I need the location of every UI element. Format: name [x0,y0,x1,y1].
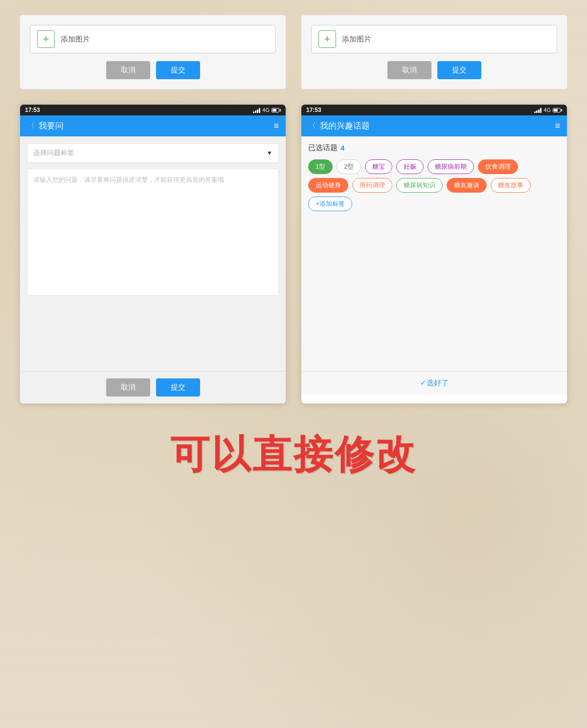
status-bar-1: 17:53 4G [20,105,286,115]
submit-button-2[interactable]: 提交 [437,61,481,79]
topics-content: 已选话题 4 1型2型糖宝妊娠糖尿病前期饮食调理运动健身用药调理糖尿病知识糖友趣… [301,136,567,371]
network-label-1: 4G [262,107,270,113]
phone-cancel-button-1[interactable]: 取消 [106,378,150,397]
phone-footer-confirm: ✓选好了 [301,371,567,395]
bottom-text-section: 可以直接修改 [0,414,587,491]
battery-icon-1 [271,108,281,112]
tag-placeholder: 选择问题标签 [33,149,74,157]
page-wrapper: + 添加图片 取消 提交 + 添加图片 取消 提交 17:5 [0,0,587,728]
battery-icon-2 [553,108,562,112]
tag-item-6[interactable]: 运动健身 [308,178,348,193]
selected-count: 4 [340,144,344,152]
phones-row: 17:53 4G [0,99,587,414]
status-icons-2: 4G [534,107,562,113]
tag-item-3[interactable]: 妊娠 [396,159,424,174]
phone-btn-row-1: 取消 提交 [27,378,279,397]
back-button-2[interactable]: 〈 [308,121,316,131]
btn-row-2: 取消 提交 [311,61,557,79]
phone-content-1: 选择问题标签 ▼ 请输入您的问题，请尽量将问题描述清楚，才能获得更高质的答案哦 [20,136,286,371]
main-slogan: 可以直接修改 [20,433,567,476]
tag-select-row[interactable]: 选择问题标签 ▼ [27,143,279,163]
plus-icon-2: + [318,30,336,48]
selected-header: 已选话题 4 [308,143,560,153]
signal-icon-2 [534,107,542,113]
signal-icon-1 [253,107,260,113]
tag-item-1[interactable]: 2型 [337,159,361,174]
cancel-button-1[interactable]: 取消 [106,61,150,79]
tags-area: 1型2型糖宝妊娠糖尿病前期饮食调理运动健身用药调理糖尿病知识糖友趣谈糖友故事+添… [308,159,560,211]
confirm-button[interactable]: ✓选好了 [420,378,449,387]
add-image-label-1: 添加图片 [61,35,90,44]
nav-bar-2: 〈 我的兴趣话题 ≡ [301,115,567,136]
add-image-box-1[interactable]: + 添加图片 [30,25,276,53]
menu-icon-1[interactable]: ≡ [273,121,279,131]
tag-item-8[interactable]: 糖尿病知识 [396,178,443,193]
tag-item-11[interactable]: +添加标签 [308,197,352,211]
plus-icon-1: + [37,30,55,48]
selected-label: 已选话题 [308,143,338,153]
add-image-label-2: 添加图片 [342,35,371,44]
tag-item-4[interactable]: 糖尿病前期 [428,159,474,174]
add-image-box-2[interactable]: + 添加图片 [311,25,557,53]
question-textarea[interactable]: 请输入您的问题，请尽量将问题描述清楚，才能获得更高质的答案哦 [27,169,279,296]
phone-mockup-1: 17:53 4G [20,104,286,404]
status-time-1: 17:53 [25,107,40,113]
status-icons-1: 4G [253,107,281,113]
nav-title-1: 我要问 [39,120,270,132]
submit-button-1[interactable]: 提交 [156,61,200,79]
tag-item-9[interactable]: 糖友趣谈 [447,178,487,193]
top-card-1: + 添加图片 取消 提交 [20,15,286,89]
status-bar-2: 17:53 4G [301,105,567,115]
back-button-1[interactable]: 〈 [27,121,35,131]
dropdown-arrow-icon: ▼ [267,150,272,156]
nav-bar-1: 〈 我要问 ≡ [20,115,286,136]
tag-item-5[interactable]: 饮食调理 [478,159,518,174]
top-cards-row: + 添加图片 取消 提交 + 添加图片 取消 提交 [0,0,587,99]
phone-bottom-1: 取消 提交 [20,371,286,403]
phone-mockup-2: 17:53 4G [301,104,567,404]
top-card-2: + 添加图片 取消 提交 [301,15,567,89]
menu-icon-2[interactable]: ≡ [555,121,560,131]
tag-item-10[interactable]: 糖友故事 [491,178,531,193]
phone-submit-button-1[interactable]: 提交 [156,378,200,397]
nav-title-2: 我的兴趣话题 [320,120,551,132]
network-label-2: 4G [543,107,551,113]
btn-row-1: 取消 提交 [30,61,276,79]
cancel-button-2[interactable]: 取消 [387,61,431,79]
tag-item-0[interactable]: 1型 [308,159,333,174]
tag-item-7[interactable]: 用药调理 [352,178,392,193]
status-time-2: 17:53 [306,107,321,113]
tag-item-2[interactable]: 糖宝 [365,159,392,174]
